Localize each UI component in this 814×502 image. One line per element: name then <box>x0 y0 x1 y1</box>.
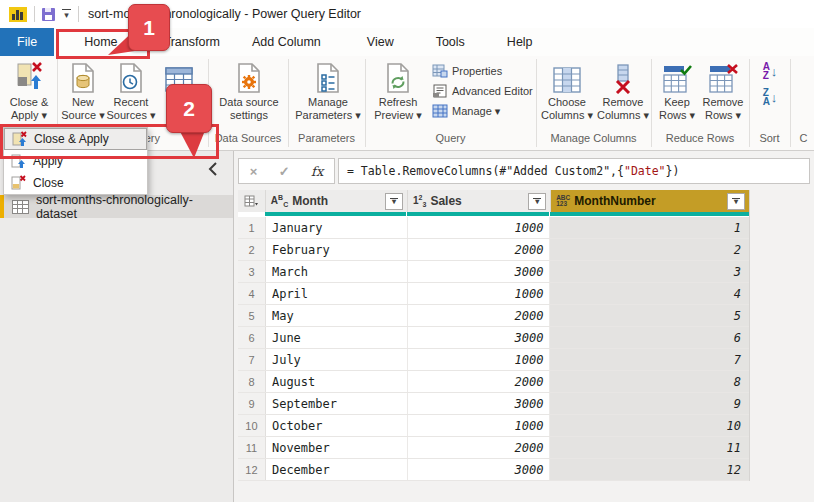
quick-access-toolbar-caret-icon[interactable]: ▾ <box>62 9 71 19</box>
cell-monthnumber[interactable]: 4 <box>550 283 749 304</box>
table-row: 3March30003 <box>238 261 749 283</box>
new-source-button[interactable]: NewSource ▾ <box>60 58 106 128</box>
column-header-sales[interactable]: 123 Sales ▾ <box>408 190 551 212</box>
cell-sales[interactable]: 2000 <box>408 239 551 260</box>
group-label-manage-columns: Manage Columns <box>536 132 651 146</box>
tab-help[interactable]: Help <box>491 28 549 56</box>
tab-add-column[interactable]: Add Column <box>236 28 337 56</box>
filter-dropdown-sales[interactable]: ▾ <box>528 193 546 210</box>
cell-monthnumber[interactable]: 7 <box>550 349 749 370</box>
cell-monthnumber[interactable]: 11 <box>550 437 749 458</box>
manage-button[interactable]: Manage ▾ <box>432 102 500 120</box>
row-number[interactable]: 11 <box>238 437 266 458</box>
group-label-sort: Sort <box>749 132 790 146</box>
row-number[interactable]: 5 <box>238 305 266 326</box>
data-source-settings-button[interactable]: Data sourcesettings <box>212 58 286 128</box>
cell-sales[interactable]: 2000 <box>408 305 551 326</box>
remove-columns-button[interactable]: RemoveColumns ▾ <box>596 58 650 128</box>
sort-descending-button[interactable]: ZA ↓ <box>753 86 787 108</box>
recent-sources-button[interactable]: RecentSources ▾ <box>106 58 156 128</box>
advanced-editor-button[interactable]: Advanced Editor <box>432 82 533 100</box>
group-label-query: Query <box>365 132 536 146</box>
table-row: 9September30009 <box>238 393 749 415</box>
collapse-queries-pane-icon[interactable] <box>207 161 219 181</box>
sort-ascending-button[interactable]: AZ ↓ <box>753 60 787 82</box>
remove-columns-icon <box>596 58 650 94</box>
cell-month[interactable]: August <box>266 371 408 392</box>
row-number[interactable]: 1 <box>238 217 266 238</box>
cell-sales[interactable]: 3000 <box>408 459 551 480</box>
cell-month[interactable]: May <box>266 305 408 326</box>
query-list-item[interactable]: sort-months-chronologically-dataset <box>0 195 233 218</box>
menu-item-close[interactable]: Close <box>4 172 147 194</box>
check-icon[interactable]: ✓ <box>279 164 290 179</box>
formula-string-literal: "Date" <box>624 164 666 178</box>
formula-text-suffix: }) <box>666 164 680 178</box>
row-number[interactable]: 10 <box>238 415 266 436</box>
formula-bar-controls: × ✓ fx <box>238 158 335 184</box>
row-number[interactable]: 6 <box>238 327 266 348</box>
cell-monthnumber[interactable]: 1 <box>550 217 749 238</box>
cell-sales[interactable]: 2000 <box>408 371 551 392</box>
filter-dropdown-monthnumber[interactable]: ▾ <box>727 193 745 210</box>
tab-tools[interactable]: Tools <box>420 28 481 56</box>
row-number[interactable]: 2 <box>238 239 266 260</box>
divider <box>78 6 79 22</box>
cell-month[interactable]: March <box>266 261 408 282</box>
table-corner-menu[interactable] <box>238 190 266 212</box>
row-number[interactable]: 3 <box>238 261 266 282</box>
cell-monthnumber[interactable]: 3 <box>550 261 749 282</box>
remove-rows-button[interactable]: RemoveRows ▾ <box>699 58 747 128</box>
row-number[interactable]: 4 <box>238 283 266 304</box>
tab-view[interactable]: View <box>351 28 410 56</box>
cell-monthnumber[interactable]: 2 <box>550 239 749 260</box>
cell-month[interactable]: July <box>266 349 408 370</box>
tab-file[interactable]: File <box>0 28 54 56</box>
cell-sales[interactable]: 1000 <box>408 217 551 238</box>
cell-monthnumber[interactable]: 5 <box>550 305 749 326</box>
cell-monthnumber[interactable]: 6 <box>550 327 749 348</box>
choose-columns-button[interactable]: ChooseColumns ▾ <box>540 58 594 128</box>
table-row: 6June30006 <box>238 327 749 349</box>
properties-button[interactable]: Properties <box>432 62 502 80</box>
table-row: 12December300012 <box>238 459 749 481</box>
refresh-preview-button[interactable]: RefreshPreview ▾ <box>368 58 428 128</box>
column-header-monthnumber[interactable]: ABC123 MonthNumber ▾ <box>551 190 749 212</box>
cell-month[interactable]: December <box>266 459 408 480</box>
filter-dropdown-month[interactable]: ▾ <box>385 193 403 210</box>
close-icon <box>9 175 27 191</box>
row-number[interactable]: 8 <box>238 371 266 392</box>
cell-month[interactable]: November <box>266 437 408 458</box>
cell-sales[interactable]: 3000 <box>408 327 551 348</box>
manage-parameters-button[interactable]: ManageParameters ▾ <box>292 58 364 128</box>
close-and-apply-button[interactable]: Close &Apply ▾ <box>2 58 56 128</box>
formula-input[interactable]: = Table.RemoveColumns(#"Added Custom2",{… <box>338 158 810 184</box>
row-number[interactable]: 12 <box>238 459 266 480</box>
manage-parameters-icon <box>292 58 364 94</box>
cell-month[interactable]: October <box>266 415 408 436</box>
cell-month[interactable]: June <box>266 327 408 348</box>
save-icon[interactable] <box>42 8 55 21</box>
cell-monthnumber[interactable]: 10 <box>550 415 749 436</box>
cell-monthnumber[interactable]: 8 <box>550 371 749 392</box>
cell-sales[interactable]: 1000 <box>408 415 551 436</box>
cell-sales[interactable]: 3000 <box>408 261 551 282</box>
table-query-icon <box>12 200 29 214</box>
cell-sales[interactable]: 1000 <box>408 349 551 370</box>
keep-rows-button[interactable]: KeepRows ▾ <box>655 58 699 128</box>
cell-monthnumber[interactable]: 9 <box>550 393 749 414</box>
cell-sales[interactable]: 1000 <box>408 283 551 304</box>
fx-icon[interactable]: fx <box>311 164 323 179</box>
cell-month[interactable]: February <box>266 239 408 260</box>
cell-month[interactable]: April <box>266 283 408 304</box>
cell-sales[interactable]: 3000 <box>408 393 551 414</box>
cancel-icon[interactable]: × <box>250 164 258 179</box>
cell-monthnumber[interactable]: 12 <box>550 459 749 480</box>
cell-month[interactable]: January <box>266 217 408 238</box>
cell-month[interactable]: September <box>266 393 408 414</box>
row-number[interactable]: 9 <box>238 393 266 414</box>
cell-sales[interactable]: 2000 <box>408 437 551 458</box>
formula-text: = Table.RemoveColumns(#"Added Custom2",{ <box>347 164 624 178</box>
row-number[interactable]: 7 <box>238 349 266 370</box>
column-header-month[interactable]: ABC Month ▾ <box>266 190 408 212</box>
